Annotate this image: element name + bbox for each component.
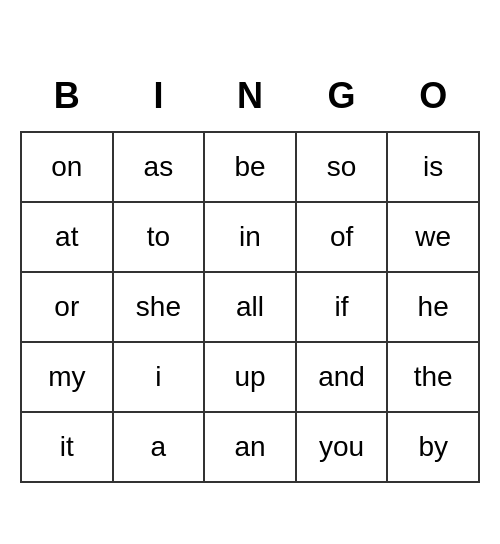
bingo-cell-2-4: he [387,272,479,342]
bingo-row-3: myiupandthe [21,342,479,412]
bingo-cell-4-4: by [387,412,479,482]
bingo-cell-0-4: is [387,132,479,202]
bingo-card: BINGO onasbesoisattoinofweorsheallifhemy… [20,62,480,483]
bingo-row-4: itaanyouby [21,412,479,482]
bingo-cell-2-1: she [113,272,205,342]
bingo-cell-1-1: to [113,202,205,272]
bingo-cell-1-4: we [387,202,479,272]
bingo-cell-4-1: a [113,412,205,482]
header-g: G [296,62,388,132]
bingo-cell-3-1: i [113,342,205,412]
bingo-cell-1-0: at [21,202,113,272]
bingo-cell-4-0: it [21,412,113,482]
bingo-cell-3-4: the [387,342,479,412]
bingo-row-0: onasbesois [21,132,479,202]
bingo-cell-0-3: so [296,132,388,202]
bingo-cell-2-0: or [21,272,113,342]
bingo-row-2: orsheallifhe [21,272,479,342]
header-i: I [113,62,205,132]
bingo-cell-4-2: an [204,412,296,482]
bingo-cell-2-3: if [296,272,388,342]
bingo-cell-3-3: and [296,342,388,412]
bingo-cell-3-0: my [21,342,113,412]
bingo-cell-3-2: up [204,342,296,412]
bingo-cell-0-2: be [204,132,296,202]
bingo-cell-2-2: all [204,272,296,342]
header-o: O [387,62,479,132]
bingo-cell-1-3: of [296,202,388,272]
bingo-header-row: BINGO [21,62,479,132]
bingo-cell-0-1: as [113,132,205,202]
header-n: N [204,62,296,132]
bingo-row-1: attoinofwe [21,202,479,272]
bingo-cell-1-2: in [204,202,296,272]
header-b: B [21,62,113,132]
bingo-cell-4-3: you [296,412,388,482]
bingo-cell-0-0: on [21,132,113,202]
